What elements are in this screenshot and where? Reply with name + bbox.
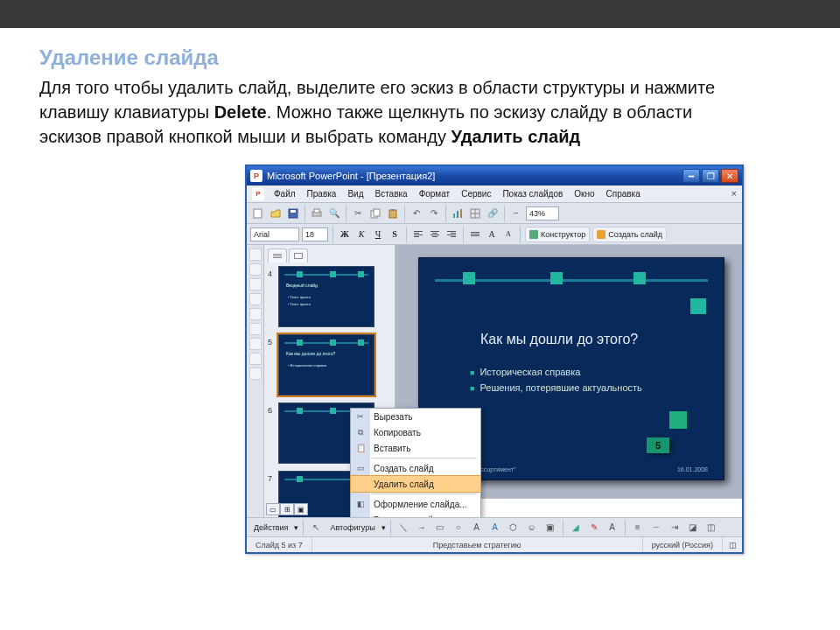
- rect-icon[interactable]: ▭: [432, 520, 448, 536]
- zoom-combobox[interactable]: 43%: [526, 206, 559, 220]
- open-icon[interactable]: [268, 206, 284, 221]
- fill-color-icon[interactable]: ◢: [568, 520, 584, 536]
- ctx-new-label: Создать слайд: [374, 464, 434, 473]
- shadow-style-icon[interactable]: ◪: [685, 520, 701, 536]
- ctx-paste-label: Вставить: [374, 444, 410, 453]
- align-left-icon[interactable]: [411, 228, 425, 242]
- save-icon[interactable]: [285, 206, 301, 221]
- align-center-icon[interactable]: [428, 228, 442, 242]
- ctx-layout[interactable]: ▤Разметка слайда...: [351, 512, 480, 517]
- arrow-style-icon[interactable]: ⇥: [667, 520, 682, 536]
- thumb-number: 7: [268, 471, 275, 483]
- slide-thumbnail[interactable]: Вводный слайд • Текст пункта • Текст пун…: [278, 266, 374, 327]
- shadow-button[interactable]: S: [388, 228, 402, 242]
- underline-button[interactable]: Ч: [371, 228, 385, 242]
- thumb-row-5[interactable]: 5 Как мы дошли до этого? • Историческая …: [268, 334, 391, 396]
- align-right-icon[interactable]: [444, 228, 458, 242]
- preview-icon[interactable]: 🔍: [326, 206, 342, 221]
- textbox-icon[interactable]: A: [469, 520, 485, 536]
- show-fmt-icon[interactable]: [249, 368, 262, 380]
- zoom-out-icon[interactable]: −: [508, 206, 524, 221]
- paste-icon[interactable]: [385, 206, 401, 221]
- 3d-style-icon[interactable]: ◫: [704, 520, 719, 536]
- increase-font-icon[interactable]: A: [485, 228, 499, 242]
- diagram-icon[interactable]: ⬡: [506, 520, 522, 536]
- demote-icon[interactable]: [249, 278, 262, 290]
- formatting-toolbar: Arial 18 Ж К Ч S A A Конструктор Создать…: [247, 224, 742, 245]
- menu-view[interactable]: Вид: [344, 187, 367, 200]
- wordart-icon[interactable]: A: [487, 520, 503, 536]
- hyperlink-icon[interactable]: 🔗: [485, 206, 500, 221]
- redo-icon[interactable]: ↷: [426, 206, 442, 221]
- bold-button[interactable]: Ж: [338, 228, 352, 242]
- draw-actions-menu[interactable]: Действия: [250, 522, 291, 534]
- menu-help[interactable]: Справка: [603, 187, 644, 200]
- menu-edit[interactable]: Правка: [304, 187, 340, 200]
- menu-slideshow[interactable]: Показ слайдов: [499, 187, 566, 200]
- copy-icon[interactable]: [368, 206, 383, 221]
- moveup-icon[interactable]: [249, 293, 262, 305]
- table-icon[interactable]: [467, 206, 483, 221]
- ctx-delete-slide[interactable]: Удалить слайд: [351, 476, 480, 492]
- body-paragraph: Для того чтобы удалить слайд, выделите е…: [39, 75, 757, 149]
- slide-thumbnail-selected[interactable]: Как мы дошли до этого? • Историческая сп…: [278, 334, 374, 396]
- new-slide-button[interactable]: Создать слайд: [592, 227, 667, 242]
- cut-icon[interactable]: ✂: [350, 206, 366, 221]
- new-doc-icon[interactable]: [250, 206, 266, 221]
- line-style-icon[interactable]: ≡: [630, 520, 646, 536]
- outer-slide-topbar: [0, 0, 840, 28]
- context-menu: ✂Вырезать ⧉Копировать 📋Вставить ▭Создать…: [350, 408, 481, 517]
- dash-style-icon[interactable]: ┄: [648, 520, 664, 536]
- ctx-cut[interactable]: ✂Вырезать: [351, 409, 480, 424]
- close-button[interactable]: ✕: [721, 169, 738, 183]
- italic-button[interactable]: К: [354, 228, 368, 242]
- font-size-combobox[interactable]: 18: [302, 228, 328, 242]
- collapse-icon[interactable]: [249, 323, 262, 335]
- ctx-new-slide[interactable]: ▭Создать слайд: [351, 460, 480, 476]
- font-name-combobox[interactable]: Arial: [250, 228, 299, 242]
- menu-file[interactable]: Файл: [270, 187, 299, 200]
- thumb-row-4[interactable]: 4 Вводный слайд • Текст пункта • Текст п…: [268, 266, 391, 327]
- menu-window[interactable]: Окно: [570, 187, 598, 200]
- menu-tools[interactable]: Сервис: [458, 187, 494, 200]
- standard-toolbar: 🔍 ✂ ↶ ↷ 🔗 − 43%: [247, 203, 742, 224]
- svg-rect-2: [290, 210, 296, 213]
- decrease-font-icon[interactable]: A: [501, 228, 515, 242]
- summary-icon[interactable]: [249, 353, 262, 365]
- undo-icon[interactable]: ↶: [409, 206, 424, 221]
- oval-icon[interactable]: ○: [451, 520, 466, 536]
- font-color-icon[interactable]: A: [605, 520, 620, 536]
- sorter-view-icon[interactable]: ⊞: [280, 503, 294, 515]
- promote-icon[interactable]: [249, 263, 262, 276]
- bullets-icon[interactable]: [468, 228, 482, 242]
- thumb-number: 5: [268, 334, 275, 346]
- clipart-icon[interactable]: ☺: [524, 520, 540, 536]
- slides-tab[interactable]: [289, 248, 308, 262]
- slideshow-view-icon[interactable]: ▣: [294, 503, 308, 515]
- line-color-icon[interactable]: ✎: [586, 520, 602, 536]
- outline-tab[interactable]: [268, 248, 287, 262]
- arrow-icon[interactable]: →: [414, 520, 430, 536]
- ctx-design[interactable]: ◧Оформление слайда...: [351, 496, 480, 512]
- pointer-icon[interactable]: ↖: [308, 520, 324, 536]
- status-template: Представьем стратегию: [312, 537, 643, 552]
- maximize-button[interactable]: ❐: [702, 169, 719, 183]
- outline-tool-icon[interactable]: [249, 248, 262, 261]
- expand-icon[interactable]: [249, 338, 262, 350]
- movedown-icon[interactable]: [249, 308, 262, 320]
- menu-format[interactable]: Формат: [416, 187, 454, 200]
- window-titlebar[interactable]: P Microsoft PowerPoint - [Презентация2] …: [247, 166, 742, 186]
- print-icon[interactable]: [309, 206, 325, 221]
- ctx-copy[interactable]: ⧉Копировать: [351, 424, 480, 440]
- minimize-button[interactable]: ━: [682, 169, 700, 183]
- menu-insert[interactable]: Вставка: [371, 187, 410, 200]
- doc-close-icon[interactable]: ×: [732, 188, 737, 199]
- line-icon[interactable]: ＼: [396, 520, 411, 536]
- design-constructor-button[interactable]: Конструктор: [525, 227, 590, 242]
- normal-view-icon[interactable]: ▭: [266, 503, 280, 515]
- thumb-number: 6: [268, 402, 275, 415]
- chart-icon[interactable]: [450, 206, 466, 221]
- autoshapes-menu[interactable]: Автофигуры: [326, 522, 378, 534]
- ctx-paste[interactable]: 📋Вставить: [351, 440, 480, 456]
- picture-icon[interactable]: ▣: [542, 520, 558, 536]
